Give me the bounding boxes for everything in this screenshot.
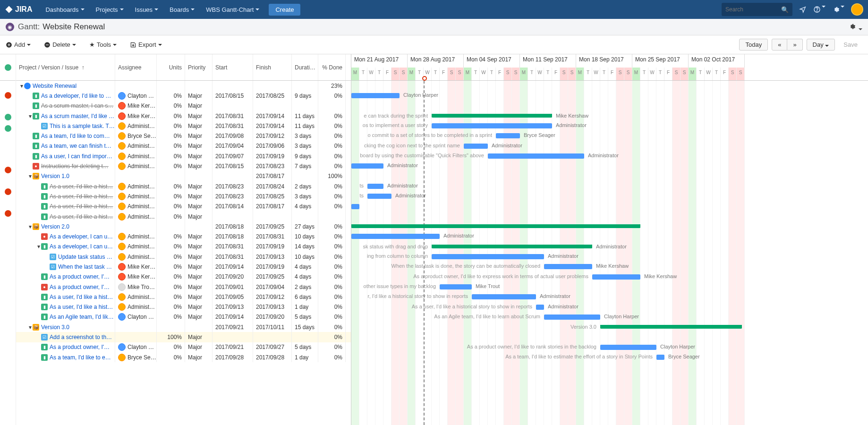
issue-name[interactable]: As a scrum master, I'd like …	[41, 113, 114, 119]
issue-name[interactable]: Website Renewal	[33, 83, 77, 89]
table-row[interactable]: ▮As a user, I'd like a hist…Administ…0%M…	[16, 202, 351, 212]
gantt-task-bar[interactable]: istrator	[351, 204, 359, 209]
feedback-icon[interactable]	[799, 6, 807, 13]
issue-name[interactable]: As a team, I'd like to com…	[41, 133, 110, 139]
expand-toggle[interactable]: ▾	[27, 324, 33, 331]
gantt-summary-bar[interactable]: Mike Kershawe can track during the sprin…	[432, 114, 552, 118]
today-button[interactable]: Today	[739, 39, 768, 51]
table-row[interactable]: ▮As a team, I'd like to com…Bryce Se…0%M…	[16, 131, 351, 141]
col-header-assignee[interactable]: Assignee	[115, 54, 157, 80]
table-row[interactable]: ☑This is a sample task. T…Administ…0%Maj…	[16, 121, 351, 131]
issue-name[interactable]: As a team, we can finish t…	[41, 143, 111, 149]
next-button[interactable]: »	[787, 39, 802, 51]
table-row[interactable]: ☑When the last task …Mike Ker…0%Major201…	[16, 262, 351, 272]
issue-name[interactable]: Version 1.0	[41, 173, 69, 179]
table-row[interactable]: ▮As a user, I'd like a hist…Administ…0%M…	[16, 302, 351, 312]
issue-name[interactable]: As a user, I'd like a hist…	[50, 213, 113, 220]
issue-name[interactable]: Add a screenshot to th…	[50, 334, 112, 340]
col-header-units[interactable]: Units	[157, 54, 185, 80]
issue-name[interactable]: As an Agile team, I'd lik…	[50, 314, 114, 320]
gantt-task-bar[interactable]: Bryce Seagero commit to a set of stories…	[496, 133, 520, 138]
export-button[interactable]: Export	[130, 41, 162, 48]
table-row[interactable]: ▾📦Version 3.02017/09/212017/10/1115 days…	[16, 322, 351, 332]
col-header-priority[interactable]: Priority	[185, 54, 213, 80]
issue-name[interactable]: As a developer, I'd like to …	[41, 93, 111, 99]
gantt-task-bar[interactable]: Administrator	[351, 234, 440, 239]
gantt-summary-bar[interactable]: Version 3.0	[600, 325, 742, 329]
issue-name[interactable]: As a product owner, I'…	[50, 273, 110, 280]
user-avatar[interactable]	[851, 3, 863, 16]
gantt-task-bar[interactable]: Administrator	[351, 163, 383, 169]
gantt-task-bar[interactable]: Clayton HarperAs a product owner, I'd li…	[600, 345, 656, 350]
issue-name[interactable]: As a user, I'd like a hist…	[50, 203, 113, 210]
gantt-task-bar[interactable]: Mike KershawWhen the last task is done, …	[544, 264, 592, 269]
settings-icon[interactable]	[832, 6, 844, 13]
nav-item-wbs-gantt-chart[interactable]: WBS Gantt-Chart	[201, 3, 264, 16]
table-row[interactable]: ▮As a team, I'd like to e…Bryce Se…0%Maj…	[16, 352, 351, 362]
table-row[interactable]: ▾Website Renewal23%	[16, 81, 351, 91]
prev-button[interactable]: «	[772, 39, 787, 51]
col-header-duration[interactable]: Durati…	[292, 54, 318, 80]
table-row[interactable]: ☑Add a screenshot to th…100%Major0%	[16, 332, 351, 342]
help-icon[interactable]	[813, 6, 825, 13]
gantt-task-bar[interactable]: Clayton Harper	[351, 93, 400, 98]
table-row[interactable]: ▮As a user, I'd like a hist…Administ…0%M…	[16, 212, 351, 221]
col-header-issue[interactable]: Project / Version / Issue ↑	[16, 54, 115, 80]
table-row[interactable]: ▮As a team, we can finish t…Administ…0%M…	[16, 141, 351, 151]
search-input[interactable]	[725, 6, 781, 13]
col-header-done[interactable]: % Done	[318, 54, 346, 80]
gantt-task-bar[interactable]: Clayton HarperAs an Agile team, I'd like…	[544, 314, 600, 320]
issue-name[interactable]: As a user, I'd like a hist…	[50, 294, 113, 300]
table-row[interactable]: ▮As a scrum master, I can s…Mike Ker…0%M…	[16, 101, 351, 111]
issue-name[interactable]: This is a sample task. T…	[50, 123, 115, 129]
issue-name[interactable]: As a product owner, I'…	[50, 284, 110, 290]
gantt-task-bar[interactable]: Administratorr, I'd like a historical st…	[472, 294, 536, 299]
table-row[interactable]: ▮As a developer, I'd like to …Clayton …0…	[16, 91, 351, 101]
nav-item-dashboards[interactable]: Dashboards	[41, 3, 89, 16]
table-row[interactable]: ▾📦Version 2.02017/08/182017/09/2527 days…	[16, 221, 351, 231]
table-row[interactable]: ●Instructions for deleting t…Administ…0%…	[16, 161, 351, 171]
issue-name[interactable]: Version 3.0	[41, 324, 69, 331]
gantt-task-bar[interactable]: Administratoring from column to column	[432, 254, 544, 259]
table-row[interactable]: ●As a developer, I can u…Administ…0%Majo…	[16, 231, 351, 241]
table-row[interactable]: ▮As a user, I'd like a hist…Administ…0%M…	[16, 181, 351, 191]
table-row[interactable]: ▮As an Agile team, I'd lik…Clayton …0%Ma…	[16, 312, 351, 322]
col-header-finish[interactable]: Finish	[253, 54, 292, 80]
gantt-task-bar[interactable]: AdministratorAs a user, I'd like a histo…	[536, 305, 544, 310]
issue-name[interactable]: As a user, I'd like a hist…	[50, 193, 113, 200]
delete-button[interactable]: Delete	[44, 41, 76, 48]
nav-item-boards[interactable]: Boards	[165, 3, 199, 16]
gantt-task-bar[interactable]: Administratoros to implement a user stor…	[432, 123, 552, 128]
search-box[interactable]: 🔍	[722, 3, 792, 16]
expand-toggle[interactable]: ▾	[27, 113, 33, 119]
add-button[interactable]: Add	[6, 41, 31, 48]
create-button[interactable]: Create	[269, 4, 300, 16]
gantt-task-bar[interactable]: Bryce SeagerAs a team, I'd like to estim…	[656, 355, 664, 360]
issue-name[interactable]: As a developer, I can u…	[50, 243, 113, 250]
issue-name[interactable]: As a product owner, I'…	[50, 344, 110, 350]
nav-item-issues[interactable]: Issues	[130, 3, 163, 16]
table-row[interactable]: ●As a product owner, I'…Mike Tro…0%Major…	[16, 282, 351, 292]
issue-name[interactable]: As a scrum master, I can s…	[41, 102, 113, 109]
gantt-task-bar[interactable]: Mike Troutother issue types in my backlo…	[440, 284, 472, 289]
jira-logo[interactable]: JIRA	[5, 5, 32, 14]
issue-name[interactable]: As a developer, I can u…	[50, 233, 113, 240]
gantt-summary-bar[interactable]: Administratorsk status with drag and dro…	[432, 245, 592, 248]
table-row[interactable]: ☑Update task status …Administ…0%Major201…	[16, 252, 351, 262]
gantt-task-bar[interactable]: Mike KershawAs a product owner, I'd like…	[592, 274, 640, 280]
table-row[interactable]: ▮As a user, I'd like a hist…Administ…0%M…	[16, 292, 351, 302]
gantt-task-bar[interactable]: Administratorts	[367, 184, 383, 189]
tools-button[interactable]: ★ Tools	[89, 41, 117, 48]
expand-toggle[interactable]: ▾	[19, 83, 24, 89]
expand-toggle[interactable]: ▾	[27, 223, 33, 230]
gantt-summary-bar[interactable]	[351, 224, 640, 228]
table-row[interactable]: ▮As a user, I'd like a hist…Administ…0%M…	[16, 191, 351, 201]
issue-name[interactable]: As a user, I'd like a hist…	[50, 183, 113, 190]
issue-name[interactable]: Version 2.0	[41, 223, 69, 230]
table-row[interactable]: ▾▮As a scrum master, I'd like …Mike Ker……	[16, 111, 351, 121]
table-row[interactable]: ▾📦Version 1.02017/08/17100%	[16, 171, 351, 181]
expand-toggle[interactable]: ▾	[36, 243, 41, 250]
table-row[interactable]: ▮As a product owner, I'…Mike Ker…0%Major…	[16, 272, 351, 282]
col-header-start[interactable]: Start	[213, 54, 253, 80]
table-row[interactable]: ▮As a user, I can find impor…Administ…0%…	[16, 151, 351, 161]
